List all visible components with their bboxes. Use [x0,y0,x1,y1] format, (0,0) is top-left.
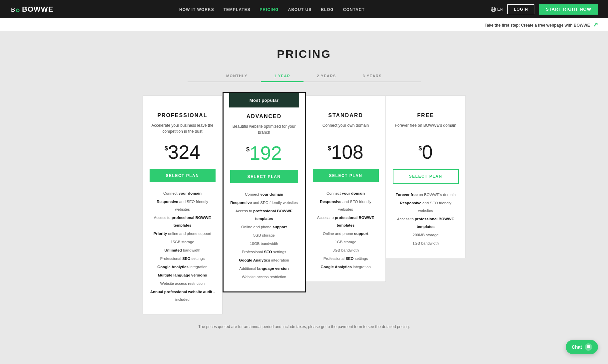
card-professional-features: Connect your domain Responsive and SEO f… [150,190,216,303]
nav-links: HOW IT WORKS TEMPLATES PRICING ABOUT US … [179,6,365,12]
nav-how-it-works[interactable]: HOW IT WORKS [179,7,214,12]
card-professional-title: PROFESSIONAL [150,112,216,118]
feature-item: Responsive and SEO friendly websites [313,198,379,213]
card-free: FREE Forever free on BOWWE's domain $ 0 … [386,95,466,258]
chat-label: Chat [572,344,582,350]
feature-item: Additional language version [230,265,298,273]
svg-text:B: B [11,6,15,13]
tab-monthly[interactable]: MONTHLY [213,71,261,82]
feature-item: 1GB bandwidth [393,240,459,247]
feature-item: Website access restriction [230,273,298,281]
feature-item: Access to professional BOWWE templates [393,215,459,231]
card-advanced-features: Connect your domain Responsive and SEO f… [230,191,298,281]
nav-right: EN LOGIN START RIGHT NOW [491,4,598,15]
feature-item: Professional SEO settings [313,255,379,263]
feature-item: 200MB storage [393,231,459,239]
card-advanced-price-row: $ 192 [230,143,298,163]
feature-item: Access to professional BOWWE templates [150,214,216,229]
tab-2years[interactable]: 2 YEARS [304,71,349,82]
card-professional-amount: 324 [168,142,200,162]
card-standard-features: Connect your domain Responsive and SEO f… [313,190,379,271]
card-free-title: FREE [393,112,459,118]
feature-item: Google Analytics integration [313,263,379,271]
nav-blog[interactable]: BLOG [321,7,334,12]
card-standard-dollar: $ [328,145,331,152]
nav-about[interactable]: ABOUT US [288,7,312,12]
feature-item: 1GB storage [313,238,379,246]
feature-item: Online and phone support [313,230,379,238]
feature-item: Responsive and SEO friendly websites [393,199,459,215]
card-standard-desc: Connect your own domain [313,122,379,136]
navbar: B BOWWE HOW IT WORKS TEMPLATES PRICING A… [0,0,608,18]
feature-item: Access to professional BOWWE templates [230,207,298,223]
feature-item: 3GB bandwidth [313,247,379,254]
feature-item: Multiple language versions [150,272,216,279]
card-advanced-dollar: $ [246,146,250,153]
tab-1year[interactable]: 1 YEAR [261,71,304,82]
feature-item: Priority online and phone support [150,230,216,238]
feature-item: 10GB bandwidth [230,240,298,248]
card-free-dollar: $ [418,145,422,152]
card-standard-amount: 108 [331,142,363,162]
feature-item: Connect your domain [230,191,298,198]
feature-item: Google Analytics integration [230,257,298,264]
chat-bubble[interactable]: Chat [566,340,598,354]
feature-item: Access to professional BOWWE templates [313,214,379,229]
nav-contact[interactable]: CONTACT [343,7,365,12]
chat-icon [585,343,592,351]
select-plan-free[interactable]: SELECT PLAN [393,169,459,184]
lang-label: EN [497,7,503,12]
card-standard-price-row: $ 108 [313,142,379,162]
nav-pricing[interactable]: PRICING [260,7,279,12]
feature-item: Responsive and SEO friendly websites [230,199,298,207]
feature-item: Website access restriction [150,280,216,287]
card-standard-title: STANDARD [313,112,379,118]
card-professional-desc: Accelerate your business leave the compe… [150,122,216,136]
start-button[interactable]: START RIGHT NOW [539,4,598,15]
logo[interactable]: B BOWWE [10,4,53,14]
subtitle-bold: Create a free webpage with BOWWE [521,23,590,28]
card-professional-dollar: $ [165,145,168,152]
feature-item: Google Analytics integration [150,263,216,271]
feature-item: Professional SEO settings [230,248,298,256]
feature-item: Connect your domain [150,190,216,197]
card-advanced-title: ADVANCED [230,113,298,119]
main-content: PRICING MONTHLY 1 YEAR 2 YEARS 3 YEARS P… [0,31,608,352]
card-professional: PROFESSIONAL Accelerate your business le… [143,95,223,314]
card-advanced: Most popular ADVANCED Beautiful website … [223,92,306,292]
card-free-amount: 0 [422,142,432,162]
card-professional-price-row: $ 324 [150,142,216,162]
login-button[interactable]: LOGIN [507,4,534,14]
arrow-icon: ↗ [593,21,598,28]
footer-note: The prices quoted are for an annual peri… [7,324,601,339]
subtitle-text: Take the first step: [485,23,520,28]
feature-item: Professional SEO settings [150,255,216,263]
feature-item: Connect your domain [313,190,379,197]
feature-item: 15GB storage [150,238,216,246]
card-free-price-row: $ 0 [393,142,459,162]
feature-item: Forever free on BOWWE's domain [393,191,459,199]
pricing-cards: PROFESSIONAL Accelerate your business le… [104,92,504,314]
card-free-desc: Forever free on BOWWE's domain [393,122,459,136]
feature-item: Online and phone support [230,223,298,231]
feature-item: Responsive and SEO friendly websites [150,198,216,213]
select-plan-advanced[interactable]: SELECT PLAN [230,170,298,183]
select-plan-professional[interactable]: SELECT PLAN [150,169,216,182]
card-standard: STANDARD Connect your own domain $ 108 S… [306,95,386,282]
select-plan-standard[interactable]: SELECT PLAN [313,169,379,182]
feature-item: Annual professional website audit - incl… [150,288,216,303]
lang-selector[interactable]: EN [491,7,503,12]
card-advanced-amount: 192 [250,143,282,163]
card-advanced-desc: Beautiful website optimized for your bra… [230,123,298,137]
card-free-features: Forever free on BOWWE's domain Responsiv… [393,191,459,247]
nav-templates[interactable]: TEMPLATES [224,7,251,12]
feature-item: 5GB storage [230,232,298,239]
tab-3years[interactable]: 3 YEARS [349,71,395,82]
feature-item: Unlimited bandwidth [150,247,216,254]
most-popular-banner: Most popular [229,93,299,107]
page-title: PRICING [7,48,601,61]
logo-text: BOWWE [22,5,53,14]
pricing-tabs: MONTHLY 1 YEAR 2 YEARS 3 YEARS [188,71,421,82]
subtitle-bar: Take the first step: Create a free webpa… [0,18,608,31]
